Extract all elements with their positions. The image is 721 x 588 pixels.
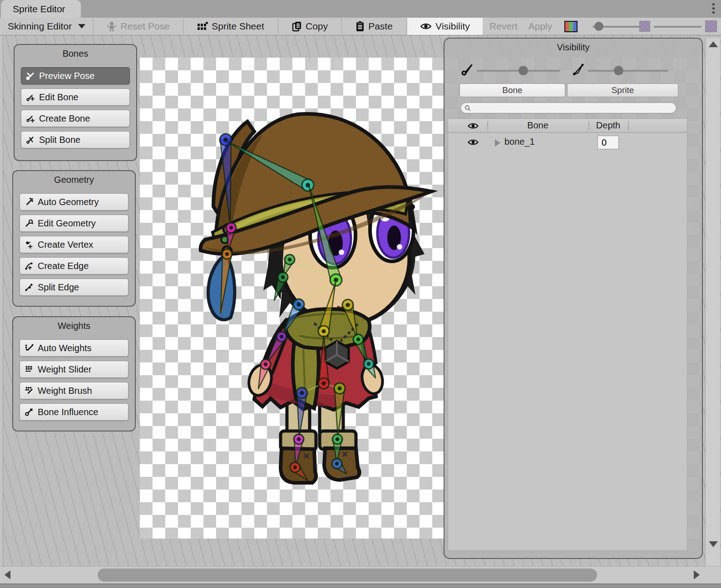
edit-bone-button[interactable]: Edit Bone xyxy=(21,88,130,106)
vertical-scrollbar[interactable] xyxy=(705,38,720,566)
weights-panel: Weights Auto Weights Weight Slider Weigh… xyxy=(12,316,136,431)
tab-bone[interactable]: Bone xyxy=(459,83,565,97)
paste-label: Paste xyxy=(368,21,393,32)
auto-weights-icon xyxy=(25,343,34,353)
paste-icon xyxy=(356,21,365,32)
window-tab-strip: Sprite Editor xyxy=(0,0,721,18)
apply-button[interactable]: Apply xyxy=(524,18,556,35)
search-input[interactable] xyxy=(473,103,676,113)
visibility-panel-title: Visibility xyxy=(444,42,702,53)
create-vertex-button[interactable]: Create Vertex xyxy=(20,236,128,253)
eye-icon[interactable] xyxy=(467,138,479,146)
reset-pose-button[interactable]: Reset Pose xyxy=(94,18,183,35)
revert-button[interactable]: Revert xyxy=(483,18,524,35)
tab-sprite-editor[interactable]: Sprite Editor xyxy=(1,0,81,18)
column-depth[interactable]: Depth xyxy=(588,120,628,131)
bones-panel: Bones Preview Pose Edit Bone Create Bone… xyxy=(14,44,137,161)
eye-icon[interactable] xyxy=(467,122,479,130)
search-field[interactable] xyxy=(460,102,677,113)
scroll-up-icon[interactable] xyxy=(709,41,718,47)
weights-panel-title: Weights xyxy=(13,321,135,331)
table-row-bone-1[interactable]: bone_1 xyxy=(448,133,687,152)
geometry-panel-title: Geometry xyxy=(13,175,135,185)
apply-label: Apply xyxy=(528,21,553,32)
create-edge-icon xyxy=(25,261,34,270)
geometry-panel: Geometry Auto Geometry Edit Geometry Cre… xyxy=(12,170,136,307)
preview-pose-icon xyxy=(26,71,35,80)
horizontal-scrollbar-thumb[interactable] xyxy=(98,568,597,582)
bone-influence-button[interactable]: Bone Influence xyxy=(20,403,128,421)
create-bone-button[interactable]: Create Bone xyxy=(21,110,130,127)
split-bone-icon xyxy=(26,135,35,144)
split-edge-button[interactable]: Split Edge xyxy=(20,279,128,296)
bone-outline-icon xyxy=(571,62,585,77)
edit-geometry-icon xyxy=(25,219,34,228)
alpha-checker-swatch xyxy=(705,20,717,32)
revert-label: Revert xyxy=(489,21,518,32)
split-edge-icon xyxy=(25,283,34,292)
bone-influence-icon xyxy=(25,407,34,416)
scroll-right-icon[interactable] xyxy=(694,570,700,579)
search-icon xyxy=(464,105,471,111)
visibility-panel: Visibility Bone Sprite Bone Depth xyxy=(444,38,703,559)
column-bone[interactable]: Bone xyxy=(487,120,588,131)
weight-brush-icon xyxy=(25,386,34,395)
bone-opacity-slider-knob[interactable] xyxy=(519,66,528,75)
scroll-left-icon[interactable] xyxy=(5,570,10,579)
visibility-toggle-button[interactable]: Visibility xyxy=(407,18,483,35)
bones-panel-title: Bones xyxy=(15,49,136,59)
bone-name-label: bone_1 xyxy=(504,137,535,147)
chevron-down-icon xyxy=(78,24,85,29)
brightness-slider-track[interactable] xyxy=(654,26,701,28)
toolbar: Skinning Editor Reset Pose Sprite Sheet … xyxy=(0,18,721,35)
window-bottom-edge xyxy=(0,583,721,588)
auto-geometry-icon xyxy=(25,197,34,206)
person-icon xyxy=(107,21,117,32)
copy-label: Copy xyxy=(306,21,328,32)
auto-weights-button[interactable]: Auto Weights xyxy=(20,339,128,357)
create-vertex-icon xyxy=(25,240,34,249)
skinning-editor-label: Skinning Editor xyxy=(8,21,72,32)
toolbar-separator xyxy=(406,19,407,34)
scroll-down-icon[interactable] xyxy=(709,541,718,547)
sprite-sheet-button[interactable]: Sprite Sheet xyxy=(183,18,278,35)
split-bone-button[interactable]: Split Bone xyxy=(21,131,130,148)
create-bone-icon xyxy=(26,114,35,123)
sprite-opacity-slider-knob[interactable] xyxy=(614,66,623,75)
alpha-slider-knob[interactable] xyxy=(594,22,603,31)
skinning-editor-dropdown[interactable]: Skinning Editor xyxy=(0,18,93,35)
bone-list: Bone Depth bone_1 xyxy=(448,118,687,551)
horizontal-scrollbar[interactable] xyxy=(0,566,721,583)
edit-geometry-button[interactable]: Edit Geometry xyxy=(20,215,128,232)
edit-bone-icon xyxy=(26,93,35,102)
visibility-label: Visibility xyxy=(435,21,469,32)
copy-button[interactable]: Copy xyxy=(278,18,341,35)
tab-sprite[interactable]: Sprite xyxy=(567,83,678,97)
weight-slider-icon xyxy=(25,365,34,374)
kebab-menu-icon[interactable] xyxy=(712,3,715,14)
reset-pose-label: Reset Pose xyxy=(120,21,170,32)
weight-slider-button[interactable]: Weight Slider xyxy=(20,361,128,378)
tab-sprite-editor-label: Sprite Editor xyxy=(13,4,65,15)
sprite-opacity-slider-track[interactable] xyxy=(588,70,668,72)
expander-icon[interactable] xyxy=(495,139,500,147)
auto-geometry-button[interactable]: Auto Geometry xyxy=(20,193,128,211)
rgb-channel-swatch[interactable] xyxy=(564,21,578,32)
bone-filled-icon xyxy=(460,62,474,77)
depth-input[interactable] xyxy=(598,136,619,149)
sprite-sheet-icon xyxy=(197,21,208,31)
eye-icon xyxy=(420,22,432,30)
bone-list-header: Bone Depth xyxy=(448,119,687,133)
copy-icon xyxy=(292,21,302,32)
preview-pose-button[interactable]: Preview Pose xyxy=(21,67,130,84)
weight-brush-button[interactable]: Weight Brush xyxy=(20,382,128,399)
alpha-checker-swatch xyxy=(639,21,650,32)
sprite-sheet-label: Sprite Sheet xyxy=(212,21,264,32)
window-left-edge xyxy=(0,35,3,566)
paste-button[interactable]: Paste xyxy=(342,18,406,35)
create-edge-button[interactable]: Create Edge xyxy=(20,257,128,274)
